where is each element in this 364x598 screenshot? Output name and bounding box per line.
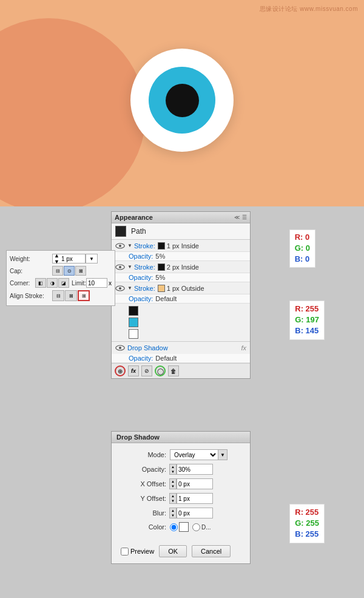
panel-collapse-btn[interactable]: ≪	[234, 214, 240, 220]
panel-area: Weight: ▲▼ 1 px ▼ Cap: ⊟ ⊙ ⊠ Corner: ◧ ◑…	[0, 206, 364, 598]
blur-row: Blur: ▲ ▼	[121, 508, 241, 518]
visibility-icon-1[interactable]	[115, 243, 125, 249]
cap-round[interactable]: ⊙	[64, 266, 75, 276]
stroke-weight-2: 2 px Inside	[167, 263, 199, 271]
stroke-color-1[interactable]	[158, 242, 165, 250]
opacity-row-3: Opacity: Default	[112, 294, 250, 304]
dialog-footer: Preview OK Cancel	[112, 542, 250, 563]
dialog-body: Mode: Overlay Normal Multiply ▼ Opacity:…	[112, 443, 250, 542]
opacity-dialog-label: Opacity:	[121, 466, 166, 473]
blur-label: Blur:	[121, 509, 166, 517]
cap-butt[interactable]: ⊟	[52, 266, 63, 276]
y-offset-spinner[interactable]: ▲ ▼	[169, 493, 177, 504]
path-icon	[115, 226, 126, 237]
stroke-link-2[interactable]: Stroke:	[134, 263, 155, 271]
preview-checkbox[interactable]	[121, 548, 129, 556]
drop-shadow-dialog: Drop Shadow Mode: Overlay Normal Multipl…	[111, 431, 251, 564]
swatch-blue[interactable]	[129, 318, 138, 327]
visibility-icon-2[interactable]	[115, 264, 125, 270]
x-offset-spinner[interactable]: ▲ ▼	[169, 478, 177, 489]
corner-buttons: ◧ ◑ ◪	[35, 278, 69, 288]
opacity-link-1[interactable]: Opacity:	[129, 253, 153, 260]
stroke-color-2[interactable]	[158, 263, 165, 271]
color-type-radio[interactable]	[192, 523, 200, 531]
x-offset-row: X Offset: ▲ ▼	[121, 478, 241, 489]
visibility-icon-3[interactable]	[115, 285, 125, 291]
opacity-default-link[interactable]: Opacity:	[129, 355, 153, 362]
mode-dropdown-arrow[interactable]: ▼	[218, 449, 228, 460]
canvas-area: 思缘设计论坛 www.missvuan.com	[0, 0, 364, 206]
cap-square[interactable]: ⊠	[75, 266, 86, 276]
visibility-icon-4[interactable]	[115, 345, 125, 351]
cap-buttons: ⊟ ⊙ ⊠	[52, 266, 86, 276]
bg-circle	[0, 18, 146, 206]
align-inside[interactable]: ⊠	[65, 290, 77, 301]
stroke-row-2: ▼ Stroke: 2 px Inside	[112, 261, 250, 273]
black-r: R: 0	[295, 232, 310, 243]
add-item-icon[interactable]: ◯	[155, 365, 166, 376]
opacity-link-2[interactable]: Opacity:	[129, 274, 153, 281]
color-row: Color: D...	[121, 522, 241, 532]
color-swatch-dialog[interactable]	[179, 522, 189, 532]
swatch-black[interactable]	[129, 306, 138, 316]
stroke-link-3[interactable]: Stroke:	[134, 285, 155, 292]
corner-miter[interactable]: ◧	[35, 278, 46, 288]
x-offset-input[interactable]	[177, 478, 213, 489]
delete-icon[interactable]: 🗑	[168, 365, 179, 376]
svg-point-5	[119, 287, 121, 290]
mode-select[interactable]: Overlay Normal Multiply	[170, 449, 218, 460]
ok-button[interactable]: OK	[159, 545, 187, 557]
align-center[interactable]: ⊟	[52, 290, 64, 301]
weight-input[interactable]: ▲▼ 1 px	[52, 254, 86, 263]
swatch-white[interactable]	[129, 329, 138, 339]
opacity-dialog-input[interactable]	[177, 464, 213, 475]
white-g: G: 255	[295, 518, 319, 529]
limit-input[interactable]	[86, 278, 107, 288]
new-layer-icon[interactable]: ⊕	[115, 365, 126, 376]
stroke-options-panel: Weight: ▲▼ 1 px ▼ Cap: ⊟ ⊙ ⊠ Corner: ◧ ◑…	[6, 250, 115, 306]
color-dialog-label: Color:	[121, 523, 166, 531]
fx-button[interactable]: fx	[128, 365, 139, 376]
blur-spinner[interactable]: ▲ ▼	[169, 508, 177, 518]
stroke-color-3[interactable]	[158, 285, 165, 292]
cap-label: Cap:	[10, 268, 52, 274]
panel-menu-btn[interactable]: ☰	[242, 214, 247, 220]
y-offset-label: Y Offset:	[121, 495, 166, 502]
cancel-button[interactable]: Cancel	[192, 545, 231, 557]
opacity-val-3: Default	[155, 295, 177, 302]
stroke-link-1[interactable]: Stroke:	[134, 242, 155, 250]
expand-arrow-1[interactable]: ▼	[127, 243, 132, 248]
align-outside[interactable]: ⊞	[78, 290, 90, 301]
eye-blue	[149, 67, 215, 134]
corner-round[interactable]: ◑	[47, 278, 58, 288]
panel-controls: ≪ ☰	[234, 214, 247, 220]
fx-label: fx	[241, 344, 246, 352]
appearance-header: Path	[112, 223, 250, 240]
dialog-titlebar: Drop Shadow	[112, 432, 250, 443]
black-b: B: 0	[295, 254, 310, 265]
align-stroke-label: Align Stroke:	[10, 293, 52, 299]
color-label-white: R: 255 G: 255 B: 255	[289, 504, 325, 543]
opacity-row-2: Opacity: 5%	[112, 273, 250, 282]
opacity-link-3[interactable]: Opacity:	[129, 295, 153, 302]
corner-label: Corner:	[10, 280, 35, 287]
watermark-text: 思缘设计论坛 www.missvuan.com	[260, 5, 358, 13]
drop-shadow-link[interactable]: Drop Shadow	[127, 344, 241, 352]
opacity-default-val: Default	[155, 355, 177, 362]
white-r: R: 255	[295, 507, 319, 518]
color-radio[interactable]	[170, 523, 178, 531]
orange-b: B: 145	[295, 325, 319, 336]
opacity-val-1: 5%	[155, 253, 165, 260]
opacity-spinner[interactable]: ▲ ▼	[169, 464, 177, 475]
expand-arrow-3[interactable]: ▼	[127, 285, 132, 291]
svg-point-7	[119, 347, 121, 349]
visibility-off-icon[interactable]: ⊘	[141, 365, 152, 376]
y-offset-input[interactable]	[177, 493, 213, 504]
blur-input[interactable]	[177, 508, 213, 518]
opacity-bottom-row: Opacity: Default	[112, 354, 250, 363]
weight-dropdown[interactable]: ▼	[86, 254, 98, 263]
svg-point-3	[119, 266, 121, 268]
orange-g: G: 197	[295, 314, 319, 325]
corner-bevel[interactable]: ◪	[58, 278, 69, 288]
expand-arrow-2[interactable]: ▼	[127, 264, 132, 270]
